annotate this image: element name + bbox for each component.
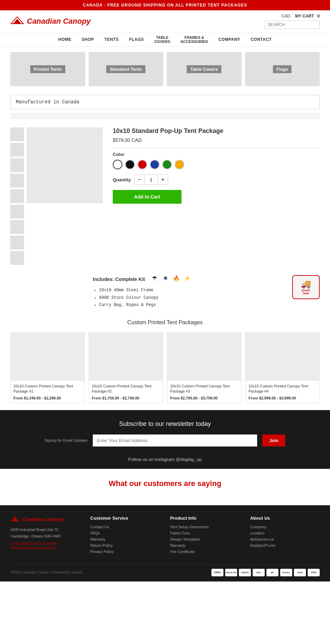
footer-contact-us[interactable]: Contact Us xyxy=(90,525,160,529)
package-card-2[interactable]: 10x10 Custom Printed Canopy Tent Package… xyxy=(89,332,163,403)
nav-table-covers-top: TABLE xyxy=(156,35,168,39)
footer-col-title-product: Product Info xyxy=(170,516,240,521)
footer-fire-certificate[interactable]: Fire Certificate xyxy=(170,550,240,554)
footer-logo[interactable]: Canadian Canopy xyxy=(10,516,80,523)
fast-setup-icon: ⚡ xyxy=(183,275,191,283)
search-input[interactable] xyxy=(265,21,320,29)
currency-selector[interactable]: CAD xyxy=(282,14,290,19)
hero-table-covers[interactable]: Table Covers xyxy=(167,52,242,86)
newsletter-join-button[interactable]: Join xyxy=(262,434,285,447)
package-card-3[interactable]: 10x10 Custom Printed Canopy Tent Package… xyxy=(167,332,241,403)
nav-shop[interactable]: SHOP xyxy=(82,37,94,42)
logo-icon xyxy=(10,16,24,26)
swatch-blue[interactable] xyxy=(150,160,160,169)
footer-phone[interactable]: 1.844.PRINT.99 (774-6899) xyxy=(10,542,80,546)
footer-privacy-policy[interactable]: Privacy Policy xyxy=(90,550,160,554)
footer-company[interactable]: Company xyxy=(250,525,320,529)
product-thumb-2[interactable] xyxy=(10,143,24,157)
footer-logo-icon xyxy=(10,516,20,523)
testimonials-title: What our customers are saying xyxy=(10,479,320,488)
main-nav: HOME SHOP TENTS FLAGS TABLE COVERS FRAME… xyxy=(0,33,330,47)
footer-about-col: About Us Company Location AirDancers.ca … xyxy=(250,516,320,556)
footer-fabric-care[interactable]: Fabric Care xyxy=(170,531,240,535)
add-to-cart-button[interactable]: Add to Cart xyxy=(113,190,182,204)
footer-email[interactable]: info@canadiancanopy.com xyxy=(10,546,80,550)
instagram-follow-text: Follow us on Instagram @display_up xyxy=(10,452,320,462)
custom-packages-section: Custom Printed Tent Packages 10x10 Custo… xyxy=(0,313,330,410)
nav-table-covers-bottom: COVERS xyxy=(154,39,170,44)
product-main-image xyxy=(27,127,102,203)
divider xyxy=(113,148,320,148)
footer-faqs[interactable]: FAQs xyxy=(90,531,160,535)
quantity-input[interactable] xyxy=(144,175,158,184)
logo[interactable]: Canadian Canopy xyxy=(10,16,91,26)
includes-left: Includes: Complete Kit ☂ ☀ 🔥 ⚡ 10x10 40m… xyxy=(93,275,282,309)
footer-warranty-cs[interactable]: Warranty xyxy=(90,537,160,541)
hero-standard-tents[interactable]: Standard Tents xyxy=(89,52,164,86)
footer-airdancers[interactable]: AirDancers.ca xyxy=(250,537,320,541)
nav-flags[interactable]: FLAGS xyxy=(129,37,144,42)
package-name-4: 10x10 Custom Printed Canopy Tent Package… xyxy=(249,384,317,394)
product-thumb-3[interactable] xyxy=(10,158,24,172)
product-thumb-9[interactable] xyxy=(10,251,24,265)
footer-brand-col: Canadian Canopy 1600 Industrial Road Uni… xyxy=(10,516,80,556)
nav-frames-top: FRAMES & xyxy=(184,35,204,39)
footer-copyright: ©2023 Canadian Canopy • Powered by Shopi… xyxy=(10,570,82,574)
product-thumb-8[interactable] xyxy=(10,236,24,249)
nav-company[interactable]: COMPANY xyxy=(218,37,240,42)
header-actions: CAD MY CART 0 xyxy=(282,14,320,19)
package-price-3: From $2,705.00 - $3,709.00 xyxy=(170,396,238,400)
footer-col-title-customer: Customer Service xyxy=(90,516,160,521)
nav-home[interactable]: HOME xyxy=(58,37,72,42)
swatch-white[interactable] xyxy=(113,160,122,169)
package-card-4[interactable]: 10x10 Custom Printed Canopy Tent Package… xyxy=(245,332,320,403)
package-name-2: 10x10 Custom Printed Canopy Tent Package… xyxy=(92,384,160,394)
uv-treated-icon: ☀ xyxy=(161,275,169,283)
swatch-green[interactable] xyxy=(162,160,172,169)
custom-packages-title: Custom Printed Tent Packages xyxy=(10,319,320,326)
color-label: Color xyxy=(113,152,320,157)
manufactured-sub-bar xyxy=(10,113,320,119)
package-image-3 xyxy=(167,333,241,381)
quantity-decrease[interactable]: − xyxy=(135,175,144,184)
newsletter-email-input[interactable] xyxy=(93,434,257,447)
nav-table-covers[interactable]: TABLE COVERS xyxy=(154,35,170,44)
footer-product-info-col: Product Info Tent Setup Instructions Fab… xyxy=(170,516,240,556)
newsletter-section: Subscribe to our newsletter today Signup… xyxy=(0,410,330,469)
swatch-black[interactable] xyxy=(125,160,135,169)
product-thumb-6[interactable] xyxy=(10,205,24,218)
package-image-2 xyxy=(89,333,163,381)
quantity-increase[interactable]: + xyxy=(158,175,168,184)
footer-tent-setup[interactable]: Tent Setup Instructions xyxy=(170,525,240,529)
cart-button[interactable]: MY CART 0 xyxy=(295,14,320,19)
promo-banner: CANADA - FREE GROUND SHIPPING ON ALL PRI… xyxy=(0,0,330,10)
product-thumb-5[interactable] xyxy=(10,189,24,203)
hero-flags[interactable]: Flags xyxy=(245,52,320,86)
nav-frames-accessories[interactable]: FRAMES & ACCESSORIES xyxy=(180,35,208,44)
footer-location[interactable]: Location xyxy=(250,531,320,535)
newsletter-label: Signup for Email Updates xyxy=(45,438,88,442)
footer: Canadian Canopy 1600 Industrial Road Uni… xyxy=(0,505,330,581)
footer-return-policy[interactable]: Return Policy xyxy=(90,543,160,547)
package-name-3: 10x10 Custom Printed Canopy Tent Package… xyxy=(170,384,238,394)
quick-ship-label: QUICKSHIP xyxy=(301,289,310,295)
package-price-4: From $2,999.00 - $3,999.00 xyxy=(249,396,317,400)
package-card-1[interactable]: 10x10 Custom Printed Canopy Tent Package… xyxy=(10,332,85,403)
product-thumb-7[interactable] xyxy=(10,220,24,234)
footer-warranty-pi[interactable]: Warranty xyxy=(170,543,240,547)
footer-design-templates[interactable]: Design Templates xyxy=(170,537,240,541)
quick-ship-badge: 🚚 QUICKSHIP xyxy=(292,275,320,299)
hero-printed-tents[interactable]: Printed Tents xyxy=(10,52,85,86)
footer-displayup[interactable]: DisplayUP.com xyxy=(250,543,320,547)
swatch-yellow[interactable] xyxy=(175,160,184,169)
quantity-row: Quantity − + xyxy=(113,174,320,185)
nav-contact[interactable]: CONTACT xyxy=(251,37,272,42)
fire-rated-icon: 🔥 xyxy=(172,275,180,283)
product-thumb-1[interactable] xyxy=(10,127,24,141)
nav-tents[interactable]: TENTS xyxy=(104,37,119,42)
nav-frames-bottom: ACCESSORIES xyxy=(180,39,208,44)
manufactured-text: Manufactured in Canada xyxy=(16,99,79,105)
footer-grid: Canadian Canopy 1600 Industrial Road Uni… xyxy=(10,516,320,556)
product-thumb-4[interactable] xyxy=(10,174,24,188)
swatch-red[interactable] xyxy=(138,160,147,169)
